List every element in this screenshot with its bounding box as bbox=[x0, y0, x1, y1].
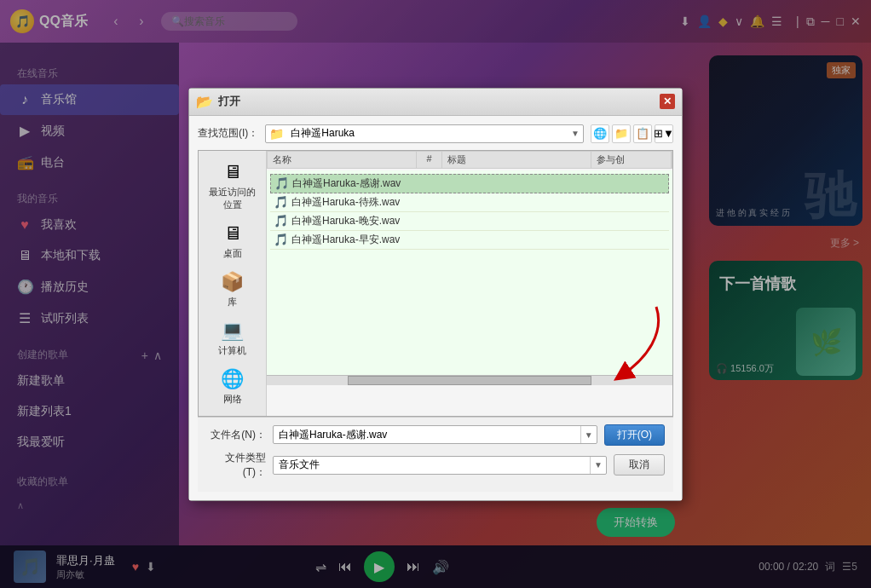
dialog-titlebar: 📂 打开 ✕ bbox=[189, 89, 682, 116]
scrollbar-thumb bbox=[348, 376, 591, 385]
computer-label: 计算机 bbox=[218, 344, 246, 357]
header-num: # bbox=[417, 152, 442, 168]
location-text: 白神遥Haruka bbox=[287, 126, 568, 141]
location-combo[interactable]: 📁 白神遥Haruka ▼ bbox=[265, 124, 584, 143]
file-name-0: 白神遥Haruka-感谢.wav bbox=[292, 176, 401, 191]
network-label: 网络 bbox=[223, 393, 242, 406]
filetype-label: 文件类型(T)： bbox=[206, 451, 266, 480]
filename-arrow[interactable]: ▼ bbox=[580, 426, 597, 443]
library-label: 库 bbox=[228, 296, 237, 308]
filetype-combo[interactable]: 音乐文件 ▼ bbox=[273, 456, 607, 475]
dialog-main: 🖥 最近访问的位置 🖥 桌面 📦 库 💻 计算机 bbox=[198, 150, 673, 417]
open-button[interactable]: 打开(O) bbox=[604, 424, 665, 446]
sidebar-desktop[interactable]: 🖥 桌面 bbox=[202, 219, 262, 263]
library-icon: 📦 bbox=[221, 271, 244, 293]
network-icon: 🌐 bbox=[221, 368, 244, 390]
file-name-1: 白神遥Haruka-待殊.wav bbox=[291, 195, 400, 210]
file-row-3[interactable]: 🎵 白神遥Haruka-早安.wav bbox=[270, 231, 669, 250]
folder-icon: 📁 bbox=[266, 127, 287, 141]
header-title: 标题 bbox=[442, 152, 591, 168]
desktop-icon: 🖥 bbox=[223, 222, 242, 245]
file-icon-3: 🎵 bbox=[274, 233, 288, 246]
file-area: 名称 # 标题 参与创 🎵 白神遥Haruka-感谢.wav 🎵 白神遥Haru… bbox=[267, 151, 672, 416]
header-name: 名称 bbox=[268, 152, 417, 168]
dialog-bottom: 文件名(N)： ▼ 打开(O) 文件类型(T)： 音乐文件 ▼ 取消 bbox=[198, 417, 673, 492]
file-row-1[interactable]: 🎵 白神遥Haruka-待殊.wav bbox=[270, 193, 669, 212]
cancel-button[interactable]: 取消 bbox=[614, 454, 665, 476]
filename-label: 文件名(N)： bbox=[206, 428, 266, 442]
file-row-2[interactable]: 🎵 白神遥Haruka-晚安.wav bbox=[270, 212, 669, 231]
location-arrow[interactable]: ▼ bbox=[568, 129, 583, 138]
nav-back-icon[interactable]: 🌐 bbox=[591, 124, 609, 143]
dialog-nav-icons: 🌐 📁 📋 ⊞▼ bbox=[591, 124, 673, 143]
filetype-row: 文件类型(T)： 音乐文件 ▼ 取消 bbox=[206, 451, 665, 480]
file-name-3: 白神遥Haruka-早安.wav bbox=[291, 233, 400, 247]
location-label: 查找范围(I)： bbox=[198, 126, 258, 141]
dialog-scrollbar[interactable] bbox=[267, 375, 672, 385]
sidebar-library[interactable]: 📦 库 bbox=[202, 268, 262, 312]
dialog-sidebar: 🖥 最近访问的位置 🖥 桌面 📦 库 💻 计算机 bbox=[199, 151, 267, 416]
filetype-arrow[interactable]: ▼ bbox=[590, 457, 606, 474]
file-icon-2: 🎵 bbox=[274, 214, 288, 228]
file-name-2: 白神遥Haruka-晚安.wav bbox=[291, 214, 400, 228]
file-open-dialog: 📂 打开 ✕ 查找范围(I)： 📁 白神遥Haruka ▼ 🌐 📁 📋 ⊞▼ bbox=[188, 88, 683, 501]
filetype-text: 音乐文件 bbox=[274, 458, 590, 472]
filename-combo[interactable]: ▼ bbox=[273, 425, 597, 444]
dialog-title-text: 打开 bbox=[218, 94, 655, 109]
nav-folder-icon[interactable]: 📁 bbox=[612, 124, 631, 143]
computer-icon: 💻 bbox=[221, 320, 244, 342]
file-icon-1: 🎵 bbox=[274, 195, 288, 209]
dialog-body: 查找范围(I)： 📁 白神遥Haruka ▼ 🌐 📁 📋 ⊞▼ bbox=[189, 116, 682, 500]
sidebar-network[interactable]: 🌐 网络 bbox=[202, 365, 262, 409]
dialog-close-button[interactable]: ✕ bbox=[660, 94, 675, 109]
sidebar-computer[interactable]: 💻 计算机 bbox=[202, 316, 262, 360]
file-row-0[interactable]: 🎵 白神遥Haruka-感谢.wav bbox=[270, 174, 669, 193]
file-list-header: 名称 # 标题 参与创 bbox=[267, 151, 672, 169]
filename-row: 文件名(N)： ▼ 打开(O) bbox=[206, 424, 665, 446]
dialog-title-icon: 📂 bbox=[196, 94, 213, 110]
sidebar-recent[interactable]: 🖥 最近访问的位置 bbox=[202, 158, 262, 215]
recent-label: 最近访问的位置 bbox=[205, 186, 259, 211]
nav-grid-icon[interactable]: ⊞▼ bbox=[655, 124, 673, 143]
dialog-overlay: 📂 打开 ✕ 查找范围(I)： 📁 白神遥Haruka ▼ 🌐 📁 📋 ⊞▼ bbox=[0, 0, 871, 588]
dialog-toolbar: 查找范围(I)： 📁 白神遥Haruka ▼ 🌐 📁 📋 ⊞▼ bbox=[198, 124, 673, 143]
desktop-label: 桌面 bbox=[223, 247, 242, 260]
recent-icon: 🖥 bbox=[223, 161, 242, 183]
nav-copy-icon[interactable]: 📋 bbox=[633, 124, 652, 143]
file-list: 🎵 白神遥Haruka-感谢.wav 🎵 白神遥Haruka-待殊.wav 🎵 … bbox=[267, 170, 672, 375]
file-icon-0: 🎵 bbox=[274, 176, 289, 190]
filename-input[interactable] bbox=[274, 429, 580, 441]
header-part: 参与创 bbox=[591, 152, 672, 168]
